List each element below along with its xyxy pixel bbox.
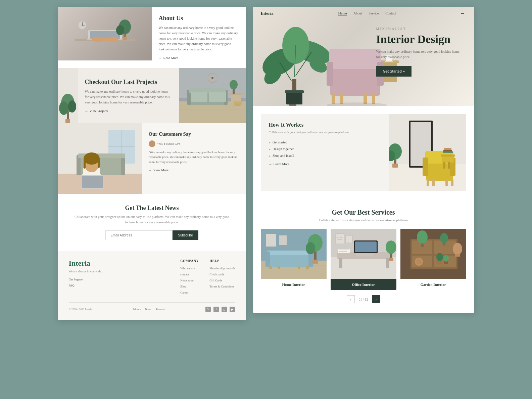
footer-copyright: © 2008 - 2021 Interia [69, 308, 92, 311]
svg-point-16 [59, 101, 68, 115]
svg-rect-113 [298, 266, 300, 269]
svg-rect-114 [306, 266, 309, 269]
projects-image [179, 68, 246, 123]
svg-rect-9 [123, 37, 127, 40]
footer-link-career[interactable]: Career [180, 290, 199, 296]
hero-subtitle: MINIMALIST [376, 27, 464, 31]
svg-rect-52 [84, 159, 86, 169]
how-works-steps: Get started Design together Shop and ins… [269, 140, 381, 158]
hero-nav: Interia Home About Service Contact [253, 7, 474, 20]
svg-rect-112 [278, 266, 280, 269]
get-support-link[interactable]: Get Support [69, 276, 170, 282]
svg-rect-135 [339, 251, 347, 252]
svg-rect-119 [266, 234, 276, 247]
nav-menu-icon[interactable] [461, 12, 466, 15]
get-started-button[interactable]: Get Started » [376, 66, 412, 77]
footer-link-gift-cards[interactable]: Gift Cards [209, 277, 235, 283]
customer-name-row: ~Ms. Fashion Girl [149, 140, 239, 147]
footer-help-col: HELP Membership rewards Credit cards Gif… [209, 259, 235, 296]
footer-link-membership[interactable]: Membership rewards [209, 265, 235, 271]
nav-link-about[interactable]: About [353, 11, 362, 15]
twitter-icon[interactable]: 𝕏 [205, 307, 211, 312]
customers-image [58, 123, 142, 194]
how-works-content: How It Workes Collaborate with your desi… [261, 114, 389, 191]
customers-content: Our Customers Say ~Ms. Fashion Girl "We … [142, 123, 246, 194]
about-section: About Us We can make any ordinary home t… [58, 7, 246, 68]
svg-rect-100 [444, 148, 451, 150]
step-design-together: Design together [269, 147, 381, 151]
svg-rect-72 [330, 65, 380, 96]
svg-point-51 [84, 152, 100, 165]
service-card-home-label: Home Interior [261, 279, 327, 290]
services-pagination: ‹ 01 / 12 › [261, 295, 466, 303]
footer-company-header: COMPANY [180, 259, 199, 263]
svg-rect-36 [234, 101, 242, 103]
svg-rect-53 [98, 159, 100, 168]
svg-rect-97 [448, 162, 450, 169]
svg-point-149 [417, 230, 428, 244]
svg-rect-66 [286, 92, 302, 104]
svg-rect-108 [267, 251, 312, 255]
pagination-next-button[interactable]: › [372, 295, 380, 303]
pagination-prev-button[interactable]: ‹ [347, 295, 355, 303]
newsletter-form: Subscribe [71, 230, 233, 240]
service-card-office: RULES ALWAYS Office Interior [331, 229, 396, 290]
footer-sitemap-link[interactable]: Site map [155, 308, 165, 311]
svg-rect-152 [443, 243, 445, 246]
faq-link[interactable]: FAQ [69, 282, 170, 289]
social-icons: 𝕏 f ◻ ▶ [205, 307, 235, 312]
footer-support-links: Get Support FAQ [69, 276, 170, 289]
footer-terms-link[interactable]: Terms [145, 308, 151, 311]
instagram-icon[interactable]: ◻ [222, 307, 227, 312]
footer-link-credit-cards[interactable]: Credit cards [209, 271, 235, 277]
footer-bottom: © 2008 - 2021 Interia Privacy Terms Site… [69, 302, 235, 312]
about-content: About Us We can make any ordinary home t… [152, 7, 246, 68]
newsletter-section: Get The Latest News Collaborate with you… [58, 194, 246, 251]
about-title: About Us [159, 15, 239, 22]
footer-privacy-link[interactable]: Privacy [133, 308, 141, 311]
pagination-info: 01 / 12 [359, 298, 368, 301]
svg-rect-160 [455, 254, 460, 257]
hero-section: Interia Home About Service Contact [253, 7, 474, 106]
svg-rect-96 [443, 162, 445, 169]
nav-link-contact[interactable]: Contact [385, 11, 396, 15]
svg-rect-137 [346, 235, 352, 243]
footer-link-who-we-are[interactable]: Who we are [180, 265, 199, 271]
svg-point-151 [440, 233, 448, 243]
youtube-icon[interactable]: ▶ [230, 307, 235, 312]
nav-link-service[interactable]: Service [369, 11, 379, 15]
garden-interior-image [400, 229, 466, 279]
svg-rect-142 [389, 258, 393, 261]
learn-more-link[interactable]: Learn More [269, 162, 381, 166]
svg-rect-126 [339, 258, 342, 268]
services-title: Get Our Best Services [261, 209, 466, 216]
step-shop-install: Shop and install [269, 153, 381, 158]
newsletter-title: Get The Latest News [71, 205, 233, 212]
facebook-icon[interactable]: f [213, 307, 219, 312]
footer-link-contact[interactable]: contact [180, 271, 199, 277]
footer-link-blog[interactable]: Blog [180, 283, 199, 290]
read-more-link[interactable]: Read More [159, 56, 239, 60]
footer-bottom-links: Privacy Terms Site map [133, 308, 165, 311]
svg-text:ALWAYS: ALWAYS [337, 239, 342, 240]
nav-link-home[interactable]: Home [338, 11, 347, 15]
view-more-link[interactable]: View More [149, 168, 239, 172]
svg-text:RULES: RULES [337, 237, 342, 238]
email-input[interactable] [105, 230, 173, 240]
svg-point-117 [306, 242, 315, 254]
footer-link-newsroom[interactable]: News room [180, 277, 199, 283]
office-interior-svg: RULES ALWAYS [331, 229, 396, 279]
services-header: Get Our Best Services Collaborate with y… [261, 209, 466, 222]
footer-link-terms[interactable]: Terms & Conditions [209, 283, 235, 290]
view-projects-link[interactable]: View Projects [85, 109, 172, 113]
service-card-home: Home Interior [261, 229, 327, 290]
subscribe-button[interactable]: Subscribe [173, 230, 198, 240]
projects-title: Checkout Our Last Projects [85, 79, 172, 86]
hero-title: Interior Design [376, 33, 464, 46]
home-interior-svg [261, 229, 327, 279]
svg-rect-98 [443, 151, 453, 153]
services-section: Get Our Best Services Collaborate with y… [253, 199, 474, 313]
hero-description: We can make any ordinary home to s very … [376, 49, 464, 60]
services-grid: Home Interior [261, 229, 466, 290]
svg-rect-109 [265, 252, 270, 267]
